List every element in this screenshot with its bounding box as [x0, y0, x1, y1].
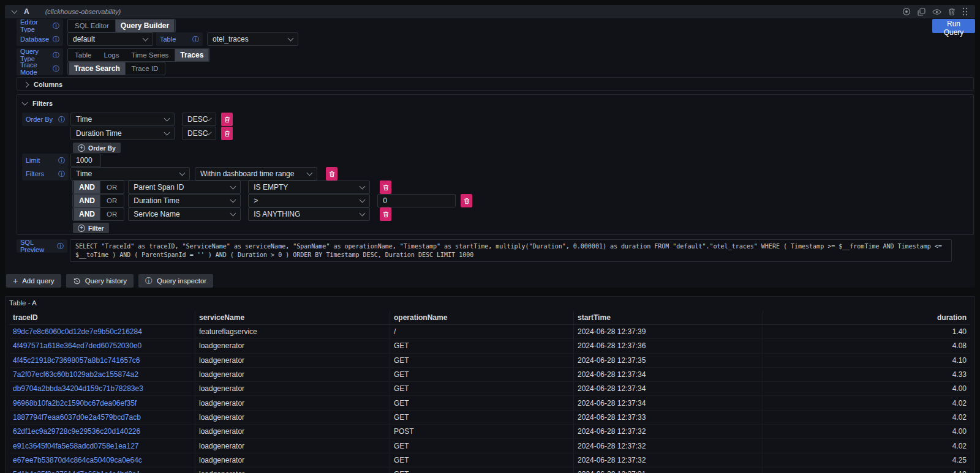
info-icon[interactable]: ⓘ — [57, 243, 64, 250]
operation-name-cell: GET — [390, 339, 574, 352]
duplicate-icon[interactable] — [918, 8, 925, 16]
remove-filter-button[interactable] — [380, 207, 391, 221]
column-header-operationname[interactable]: operationName — [390, 311, 574, 324]
info-icon[interactable]: ⓘ — [53, 65, 59, 72]
editor-type-option-sql-editor[interactable]: SQL Editor — [69, 20, 115, 31]
remove-order-by-button[interactable] — [221, 127, 233, 140]
filter-field-select[interactable]: Time — [70, 167, 190, 181]
boolean-operator-group: AND OR — [72, 194, 124, 207]
order-by-field-select[interactable]: Time — [70, 113, 175, 126]
column-header-traceid[interactable]: traceID — [9, 311, 195, 324]
limit-input[interactable] — [70, 154, 101, 167]
and-option[interactable]: AND — [74, 194, 100, 207]
query-history-button[interactable]: Query history — [66, 274, 134, 288]
info-icon[interactable]: ⓘ — [53, 36, 59, 43]
datasource-name: (clickhouse-observability) — [45, 8, 121, 15]
record-icon[interactable] — [902, 7, 911, 16]
service-name-cell: loadgenerator — [195, 439, 390, 452]
info-icon[interactable]: ⓘ — [58, 157, 65, 164]
add-query-button[interactable]: + Add query — [6, 274, 61, 288]
trash-icon[interactable] — [948, 8, 956, 16]
filter-value-input[interactable] — [377, 194, 456, 207]
trace-mode-option-trace-id[interactable]: Trace ID — [126, 63, 165, 74]
trace-id-link[interactable]: 4f497571a618e364ed7ded60752030e0 — [9, 339, 195, 352]
database-select[interactable]: default — [67, 32, 153, 46]
query-row-header[interactable]: A (clickhouse-observability) — [5, 5, 975, 18]
filters-section: Filters Order Byⓘ Time DESC Duration Tim… — [17, 94, 974, 235]
filter-operator-select[interactable]: IS EMPTY — [248, 181, 370, 194]
trace-id-link[interactable]: db9704a2bbda34204d159c71b78283e3 — [9, 382, 195, 395]
query-type-option-logs[interactable]: Logs — [98, 50, 126, 61]
plus-circle-icon: + — [78, 144, 85, 152]
and-option[interactable]: AND — [74, 181, 100, 194]
filter-field-select[interactable]: Duration Time — [128, 194, 241, 207]
duration-cell: 4.00 — [763, 382, 970, 395]
service-name-cell: loadgenerator — [195, 354, 390, 367]
info-icon[interactable]: ⓘ — [58, 116, 65, 123]
table-row: 1887794f7eaa6037d0e2a4579bcd7acbloadgene… — [9, 411, 970, 425]
trace-id-link[interactable]: 1887794f7eaa6037d0e2a4579bcd7acb — [9, 411, 195, 424]
or-option[interactable]: OR — [100, 195, 123, 206]
info-icon[interactable]: ⓘ — [58, 171, 65, 177]
service-name-cell: loadgenerator — [195, 368, 390, 381]
trace-id-link[interactable]: e67ee7b53870d4c864ca50409ca0e64c — [9, 453, 195, 467]
query-type-option-time-series[interactable]: Time Series — [125, 50, 175, 61]
eye-icon[interactable] — [932, 9, 941, 15]
chevron-down-icon — [164, 116, 170, 122]
trace-id-link[interactable]: 5d1b4c25f0e37614d7e66b1c4c4bd0e1 — [9, 467, 195, 473]
start-time-cell: 2024-06-28 12:37:32 — [574, 425, 763, 438]
and-option[interactable]: AND — [74, 207, 100, 221]
filter-field-select[interactable]: Service Name — [128, 207, 241, 221]
order-by-direction-select[interactable]: DESC — [182, 113, 216, 126]
boolean-operator-group: AND OR — [72, 207, 124, 221]
operation-name-cell: GET — [390, 382, 574, 395]
operation-name-cell: GET — [390, 439, 574, 452]
info-icon[interactable]: ⓘ — [53, 23, 59, 29]
trace-id-link[interactable]: e91c3645f04fa5e58adcd0758e1ea127 — [9, 439, 195, 452]
add-filter-button[interactable]: + Filter — [73, 223, 109, 233]
remove-filter-button[interactable] — [380, 181, 391, 194]
chevron-down-icon — [230, 184, 236, 190]
trace-id-link[interactable]: 96968b10fa2b2c1590bc67dea06ef35f — [9, 396, 195, 409]
column-header-starttime[interactable]: startTime — [574, 311, 763, 324]
remove-order-by-button[interactable] — [221, 113, 233, 126]
editor-type-option-query-builder[interactable]: Query Builder — [115, 19, 175, 32]
remove-filter-button[interactable] — [461, 194, 472, 207]
column-header-servicename[interactable]: serviceName — [195, 311, 390, 324]
query-type-option-table[interactable]: Table — [69, 50, 98, 61]
or-option[interactable]: OR — [100, 209, 123, 220]
table-select[interactable]: otel_traces — [207, 32, 298, 46]
run-query-button[interactable]: Run Query — [932, 19, 975, 33]
or-option[interactable]: OR — [100, 182, 123, 193]
filter-operator-select[interactable]: Within dashboard time range — [195, 167, 317, 181]
info-icon[interactable]: ⓘ — [53, 52, 59, 59]
remove-filter-button[interactable] — [326, 167, 337, 181]
chevron-down-icon — [230, 197, 236, 203]
trace-id-link[interactable]: 4f45c21918c73698057a8b1c741657c6 — [9, 354, 195, 367]
chevron-down-icon[interactable] — [12, 8, 18, 14]
filter-operator-select[interactable]: > — [248, 194, 370, 207]
order-by-field-select[interactable]: Duration Time — [70, 127, 175, 140]
column-header-duration[interactable]: duration — [763, 311, 970, 324]
order-by-row-2: Duration Time DESC — [70, 127, 233, 140]
add-order-by-button[interactable]: + Order By — [73, 143, 121, 153]
info-icon[interactable]: ⓘ — [192, 36, 199, 43]
query-inspector-button[interactable]: ⓘ Query inspector — [138, 274, 213, 288]
columns-section-toggle[interactable]: Columns — [17, 78, 973, 91]
duration-cell: 1.40 — [763, 325, 970, 338]
filter-field-select[interactable]: Parent Span ID — [128, 181, 241, 194]
trace-mode-option-trace-search[interactable]: Trace Search — [69, 62, 126, 75]
trace-id-link[interactable]: 89dc7e8c6060c0d12de7e9b50c216284 — [9, 325, 195, 338]
filters-section-toggle[interactable]: Filters — [17, 97, 973, 110]
query-type-option-traces[interactable]: Traces — [175, 48, 209, 62]
filter-operator-select[interactable]: IS ANYTHING — [248, 207, 370, 221]
start-time-cell: 2024-06-28 12:37:36 — [574, 339, 763, 352]
chevron-down-icon — [307, 170, 313, 176]
trace-id-link[interactable]: 62df1ec9a29728c9e29536c20d140226 — [9, 425, 195, 438]
limit-row: Limitⓘ — [22, 154, 101, 167]
service-name-cell: loadgenerator — [195, 453, 390, 467]
table-row: 5d1b4c25f0e37614d7e66b1c4c4bd0e1loadgene… — [9, 467, 970, 473]
trace-id-link[interactable]: 7a2f07ecf63c60b1029ab2ac155874a2 — [9, 368, 195, 381]
drag-handle-icon[interactable] — [962, 7, 968, 16]
order-by-direction-select[interactable]: DESC — [182, 127, 216, 140]
